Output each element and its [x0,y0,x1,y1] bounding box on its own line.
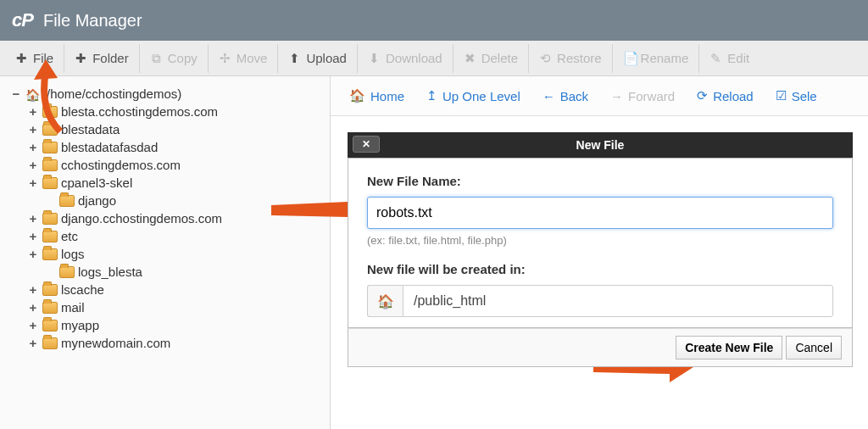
tree-item-label: django.cchostingdemos.com [61,211,222,226]
download-icon: ⬇ [368,51,381,66]
delete-label: Delete [481,51,518,65]
folder-tree[interactable]: − 🏠 (/home/cchostingdemos) +blesta.cchos… [0,76,331,429]
tree-item-label: logs_blesta [78,265,142,279]
expand-icon[interactable]: + [27,247,39,261]
nav-reload-button[interactable]: ⟳ Reload [687,83,764,109]
move-icon: ✢ [219,51,231,66]
delete-button[interactable]: ✖ Delete [453,44,528,73]
folder-icon [42,106,58,118]
nav-reload-label: Reload [713,89,754,103]
home-icon: 🏠 [25,88,39,100]
rename-button[interactable]: 📄 Rename [612,44,699,73]
tree-item[interactable]: django [10,192,325,209]
new-file-button[interactable]: ✚ File [5,44,64,73]
tree-item[interactable]: +mail [10,298,325,316]
collapse-icon[interactable]: − [10,86,22,101]
filename-input[interactable] [367,197,833,229]
expand-icon[interactable]: + [27,158,39,172]
rename-icon: 📄 [623,51,636,66]
expand-icon[interactable]: + [27,318,39,332]
restore-icon: ⟲ [539,51,552,66]
tree-root-label: (/home/cchostingdemos) [42,86,181,101]
page-title: File Manager [43,11,142,31]
expand-icon[interactable]: + [27,300,39,315]
create-file-button[interactable]: Create New File [676,336,782,359]
folder-icon [59,195,75,207]
tree-root[interactable]: − 🏠 (/home/cchostingdemos) [10,85,325,103]
tree-item-label: blestadatafasdad [61,140,158,154]
main-toolbar: ✚ File ✚ Folder ⧉ Copy ✢ Move ⬆ Upload ⬇… [0,41,868,76]
folder-icon [42,284,58,296]
tree-item[interactable]: logs_blesta [10,263,325,281]
folder-icon [42,124,58,136]
nav-select-all-button[interactable]: ☑ Sele [765,83,827,109]
tree-item[interactable]: +logs [10,245,325,263]
edit-button[interactable]: ✎ Edit [698,44,760,73]
nav-home-label: Home [370,89,404,103]
folder-label: Folder [92,51,129,65]
folder-icon [42,302,58,314]
expand-icon[interactable]: + [27,282,39,297]
restore-button[interactable]: ⟲ Restore [528,44,612,73]
copy-label: Copy [168,51,198,65]
tree-item[interactable]: +cpanel3-skel [10,174,325,192]
tree-item[interactable]: +mynewdomain.com [10,334,325,352]
edit-label: Edit [727,51,749,65]
upload-button[interactable]: ⬆ Upload [277,44,357,73]
copy-button[interactable]: ⧉ Copy [139,44,208,73]
expand-icon[interactable]: + [27,122,39,136]
nav-forward-label: Forward [628,89,675,103]
folder-icon [42,177,58,189]
nav-back-button[interactable]: ← Back [532,84,598,109]
tree-item-label: cchostingdemos.com [61,158,181,172]
tree-item[interactable]: +django.cchostingdemos.com [10,209,325,227]
rename-label: Rename [641,51,689,65]
home-icon: 🏠 [349,88,365,103]
tree-item-label: django [78,193,116,208]
expand-icon[interactable]: + [27,211,39,226]
folder-icon [42,248,58,260]
reload-icon: ⟳ [697,88,708,103]
file-label: File [33,51,53,65]
close-icon: ✕ [362,138,370,150]
tree-item[interactable]: +myapp [10,316,325,334]
cancel-button[interactable]: Cancel [786,336,842,359]
tree-item[interactable]: +blestadatafasdad [10,138,325,156]
folder-icon [42,320,58,332]
dialog-close-button[interactable]: ✕ [353,136,380,153]
folder-icon [42,337,58,349]
move-button[interactable]: ✢ Move [208,44,278,73]
right-arrow-icon: → [610,89,623,103]
tree-item[interactable]: +blestadata [10,120,325,138]
download-button[interactable]: ⬇ Download [357,44,453,73]
folder-icon [42,213,58,225]
tree-item-label: blesta.cchostingdemos.com [61,104,218,119]
new-folder-button[interactable]: ✚ Folder [64,44,139,73]
move-label: Move [236,51,268,65]
tree-item-label: mynewdomain.com [61,336,170,350]
plus-icon: ✚ [15,51,28,66]
path-value[interactable]: /public_html [403,285,833,317]
folder-icon [42,142,58,153]
new-file-dialog: ✕ New File New File Name: (ex: file.txt,… [348,132,853,367]
nav-home-button[interactable]: 🏠 Home [339,83,415,109]
expand-icon[interactable]: + [27,104,39,119]
tree-item[interactable]: +lscache [10,281,325,298]
expand-icon[interactable]: + [27,140,39,154]
tree-item[interactable]: +etc [10,227,325,245]
upload-label: Upload [306,51,347,65]
expand-icon[interactable]: + [27,176,39,190]
nav-forward-button[interactable]: → Forward [600,84,685,109]
tree-item[interactable]: +blesta.cchostingdemos.com [10,103,325,120]
folder-icon [59,266,75,278]
filename-label: New File Name: [367,174,833,188]
expand-icon[interactable]: + [27,229,39,243]
tree-item-label: blestadata [61,122,120,136]
delete-icon: ✖ [464,51,476,66]
tree-item[interactable]: +cchostingdemos.com [10,156,325,174]
dialog-footer: Create New File Cancel [348,328,853,367]
dialog-titlebar[interactable]: ✕ New File [348,132,853,158]
expand-icon[interactable]: + [27,336,39,350]
nav-up-label: Up One Level [442,89,520,103]
nav-up-button[interactable]: ↥ Up One Level [416,83,531,109]
